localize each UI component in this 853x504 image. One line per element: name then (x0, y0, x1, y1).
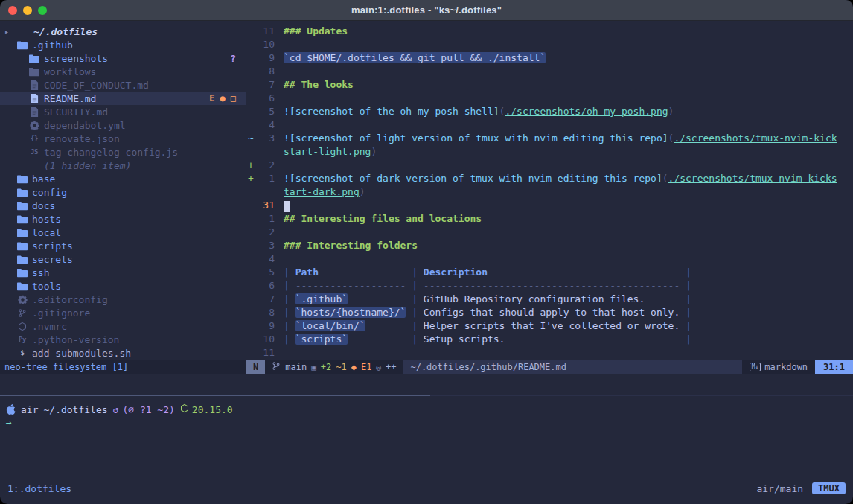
tree-item-code-of-conduct-md[interactable]: CODE_OF_CONDUCT.md (0, 78, 246, 92)
editor-line[interactable]: +2 (246, 159, 853, 172)
filetype-segment: M↓ markdown (742, 360, 815, 374)
tree-item-security-md[interactable]: SECURITY.md (0, 105, 246, 118)
span-url[interactable]: ./screenshots/oh-my-posh.png (505, 106, 668, 117)
span-punct: | (348, 334, 424, 345)
editor-line[interactable]: 1## Interesting files and locations (246, 212, 853, 226)
node-icon (16, 322, 28, 331)
tree-item-tag-changelog-config-js[interactable]: JStag-changelog-config.js (0, 145, 246, 159)
line-number: 2 (255, 159, 275, 172)
tree-item-renovate-json[interactable]: {}renovate.json (0, 132, 246, 145)
markdown-icon: M↓ (750, 363, 761, 371)
editor-line[interactable]: 7| `.github` | GitHub Repository configu… (246, 293, 853, 306)
line-number: 9 (255, 319, 275, 333)
tree-item-docs[interactable]: docs (0, 199, 246, 212)
tree-item-label: screenshots (44, 53, 108, 64)
tree-item-python-version[interactable]: Py.python-version (0, 333, 246, 346)
sign-column (246, 92, 255, 105)
tree-item-add-submodules-sh[interactable]: $add-submodules.sh (0, 346, 246, 360)
close-button[interactable] (8, 6, 17, 15)
minimize-button[interactable] (23, 6, 32, 15)
tree-item-label: dependabot.yml (44, 120, 126, 131)
sign-column (246, 185, 255, 199)
editor-line[interactable]: 11 (246, 346, 853, 360)
tree-item-secrets[interactable]: secrets (0, 252, 246, 266)
editor-line[interactable]: 3### Interesting folders (246, 239, 853, 252)
shell-pane[interactable]: air ~/.dotfiles ↺ (⌀ ?1 ~2) 20.15.0 → (0, 397, 853, 480)
tree-item-1-hidden-item[interactable]: (1 hidden item) (0, 159, 246, 172)
span-code: `cd $HOME/.dotfiles && git pull && ./ins… (284, 52, 546, 63)
line-number: 11 (255, 346, 275, 360)
editor-line[interactable]: 8 (246, 65, 853, 78)
span-url[interactable]: tart-dark.png (284, 186, 360, 197)
editor-line[interactable]: 5| Path | Description | (246, 266, 853, 279)
tree-item-hosts[interactable]: hosts (0, 212, 246, 226)
editor-line[interactable]: 6| ------------------- | ---------------… (246, 279, 853, 293)
span-punct: | (284, 293, 295, 304)
editor-line[interactable]: 4 (246, 252, 853, 266)
editor-wrapped-line[interactable]: start-light.png) (246, 145, 853, 159)
span-td: Configs that should apply to that host o… (424, 307, 680, 318)
tree-item-label: (1 hidden item) (44, 160, 131, 171)
span-url[interactable]: ./screenshots/tmux-nvim-kick (674, 133, 837, 144)
folder-icon (28, 54, 40, 63)
tree-item-github[interactable]: .github (0, 38, 246, 51)
editor-line[interactable]: 4 (246, 118, 853, 132)
span-label: ![screenshot of dark version of tmux wit… (284, 173, 662, 184)
tmux-session-info: air/main (756, 483, 803, 494)
diff-modified: ~1 (336, 362, 346, 372)
editor-line[interactable]: 9| `local/bin/` | Helper scripts that I'… (246, 319, 853, 333)
editor-pane[interactable]: 11### Updates109`cd $HOME/.dotfiles && g… (246, 21, 853, 360)
tree-item-dependabot-yml[interactable]: dependabot.yml (0, 118, 246, 132)
tree-item-config[interactable]: config (0, 185, 246, 199)
tree-item-tools[interactable]: tools (0, 279, 246, 293)
neotree-status: neo-tree filesystem [1] (0, 360, 246, 374)
editor-line[interactable]: 10 (246, 38, 853, 51)
tree-item-editorconfig[interactable]: .editorconfig (0, 293, 246, 306)
tmux-pane-divider[interactable] (0, 395, 853, 397)
span-punct: ) (371, 146, 377, 157)
tree-item-ssh[interactable]: ssh (0, 266, 246, 279)
tree-item-workflows[interactable]: workflows (0, 65, 246, 78)
tree-item-base[interactable]: base (0, 172, 246, 185)
neo-tree-pane[interactable]: ▸~/.dotfiles.githubscreenshots?workflows… (0, 21, 246, 360)
folder-icon (16, 241, 28, 251)
span-url[interactable]: start-light.png (284, 146, 371, 157)
span-punct: | ------------------- | ----------------… (284, 280, 691, 291)
editor-wrapped-line[interactable]: tart-dark.png) (246, 185, 853, 199)
editor-line[interactable]: 9`cd $HOME/.dotfiles && git pull && ./in… (246, 51, 853, 65)
expander-icon[interactable]: ▸ (4, 28, 14, 36)
folder-icon (28, 67, 40, 77)
tmux-window-name[interactable]: 1:.dotfiles (7, 483, 71, 494)
tree-item-scripts[interactable]: scripts (0, 239, 246, 252)
span-h3: ### Interesting folders (284, 240, 418, 251)
editor-line[interactable]: 5![screenshot of the oh-my-posh shell](.… (246, 105, 853, 118)
editor-line[interactable]: 10| `scripts` | Setup scripts. | (246, 333, 853, 346)
line-number: 8 (255, 306, 275, 319)
tree-item-local[interactable]: local (0, 226, 246, 239)
tree-item-screenshots[interactable]: screenshots? (0, 51, 246, 65)
zoom-button[interactable] (38, 6, 47, 15)
editor-line[interactable]: 7## The looks (246, 78, 853, 92)
gear-icon (28, 121, 40, 130)
sign-column (246, 266, 255, 279)
tree-item-nvmrc[interactable]: .nvmrc (0, 319, 246, 333)
tree-item-gitignore[interactable]: .gitignore (0, 306, 246, 319)
editor-line[interactable]: 6 (246, 92, 853, 105)
folder-icon (16, 281, 28, 291)
editor-line[interactable]: ~3![screenshot of light version of tmux … (246, 132, 853, 145)
line-number: 4 (255, 118, 275, 132)
editor-line[interactable]: 2 (246, 226, 853, 239)
editor-buffer: 11### Updates109`cd $HOME/.dotfiles && g… (246, 25, 853, 360)
span-url[interactable]: ./screenshots/tmux-nvim-kicks (668, 173, 837, 184)
prompt-arrow[interactable]: → (6, 416, 853, 430)
span-code: `hosts/{hostname}/` (295, 307, 406, 318)
editor-line[interactable]: +1![screenshot of dark version of tmux w… (246, 172, 853, 185)
line-number: 8 (255, 65, 275, 78)
titlebar[interactable]: main:1:.dotfiles - "ks~/.dotfiles" (0, 0, 853, 21)
tree-item-dotfiles[interactable]: ▸~/.dotfiles (0, 25, 246, 38)
span-punct: ) (360, 186, 365, 197)
editor-line[interactable]: 31 (246, 199, 853, 212)
tree-item-readme-md[interactable]: README.mdE●□ (0, 92, 246, 105)
editor-line[interactable]: 8| `hosts/{hostname}/` | Configs that sh… (246, 306, 853, 319)
editor-line[interactable]: 11### Updates (246, 25, 853, 38)
